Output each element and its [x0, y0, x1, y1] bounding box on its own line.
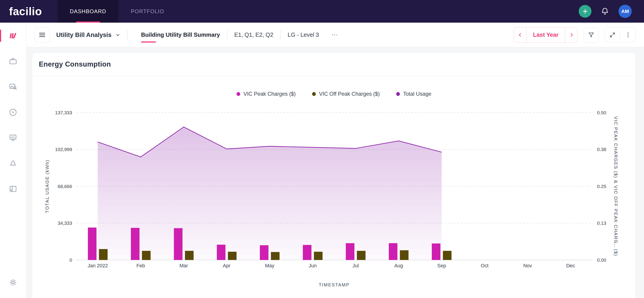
right-axis-tick: 0.13 — [597, 221, 606, 226]
legend-item[interactable]: VIC Peak Charges ($) — [236, 91, 296, 97]
left-axis-title: TOTAL USAGE (kWh) — [45, 160, 50, 213]
layout-panel-icon — [8, 184, 18, 193]
main-content: Energy Consumption VIC Peak Charges ($)V… — [26, 47, 644, 298]
next-period-button[interactable] — [565, 28, 578, 42]
bar — [400, 250, 408, 260]
more-tabs-button[interactable] — [326, 31, 343, 39]
chart-board-icon — [8, 133, 18, 142]
filter-funnel-icon — [588, 31, 594, 38]
sidebar-item-reports[interactable] — [0, 129, 26, 147]
right-axis-title: VIC PEAK CHARGES ($) & VIC OFF PEAK CHAR… — [613, 116, 618, 256]
left-sidebar — [0, 23, 26, 298]
app-logo: facilio — [9, 5, 50, 18]
fullscreen-button[interactable] — [605, 28, 620, 42]
right-axis-tick: 0.25 — [597, 184, 606, 189]
expand-icon — [609, 32, 616, 38]
sidebar-item-settings[interactable] — [0, 273, 26, 291]
right-axis-tick: 0.50 — [597, 110, 606, 115]
avatar[interactable]: AM — [618, 5, 632, 18]
card-header: Energy Consumption — [32, 53, 636, 76]
left-axis-tick: 0 — [70, 257, 72, 263]
bar — [174, 228, 182, 260]
bar — [228, 252, 236, 260]
dashboard-selector[interactable]: Utility Bill Analysis — [56, 31, 120, 39]
legend-dot-icon — [312, 92, 316, 96]
sidebar-item-visitor[interactable] — [0, 78, 26, 96]
navbar-actions: AM — [579, 5, 644, 18]
x-axis-label: Aug — [394, 263, 403, 269]
filter-button[interactable] — [584, 27, 599, 43]
legend-item[interactable]: VIC Off Peak Charges ($) — [312, 91, 380, 97]
image-search-icon — [8, 82, 18, 91]
sidebar-item-dashboards[interactable] — [0, 27, 26, 45]
dashboard-tabs: Building Utility Bill Summary E1, Q1, E2… — [134, 30, 343, 40]
top-navbar: facilio DASHBOARD PORTFOLIO AM — [0, 0, 644, 23]
dash-tab-building-utility-bill-summary[interactable]: Building Utility Bill Summary — [134, 31, 227, 39]
total-usage-area — [98, 127, 442, 260]
left-axis-tick: 137,333 — [55, 110, 72, 115]
energy-consumption-chart: 00.0034,3330.1368,6660.25102,9990.38137,… — [38, 104, 630, 290]
period-pager: Last Year — [514, 27, 578, 43]
bar — [131, 228, 140, 260]
alarm-icon — [8, 159, 18, 168]
bar — [142, 251, 151, 260]
notifications-button[interactable] — [600, 7, 609, 16]
chevron-right-icon — [569, 32, 574, 38]
bar — [260, 245, 268, 260]
dashboards-icon — [8, 31, 18, 40]
bar — [389, 243, 397, 260]
tab-portfolio-label: PORTFOLIO — [131, 8, 164, 15]
bar — [217, 245, 226, 260]
legend-item[interactable]: Total Usage — [396, 91, 431, 97]
gear-icon — [8, 278, 18, 287]
ellipsis-icon — [331, 31, 338, 39]
bar — [357, 251, 366, 260]
legend-dot-icon — [396, 92, 400, 96]
bar — [314, 252, 323, 260]
sidebar-item-alarms[interactable] — [0, 154, 26, 173]
dash-tab-e1-q1-e2-q2[interactable]: E1, Q1, E2, Q2 — [228, 31, 280, 39]
sidebar-item-workplace[interactable] — [0, 52, 26, 70]
left-axis-tick: 102,999 — [55, 147, 72, 152]
sidebar-item-energy[interactable] — [0, 103, 26, 121]
x-axis-label: Jul — [352, 263, 359, 269]
toolbar-divider — [127, 30, 128, 40]
add-button[interactable] — [579, 5, 592, 18]
previous-period-button[interactable] — [514, 28, 526, 42]
card-menu-button[interactable] — [620, 28, 636, 42]
bell-icon — [600, 7, 609, 16]
dash-tab-label: LG - Level 3 — [288, 32, 319, 38]
dashboard-list-button[interactable] — [34, 27, 50, 43]
x-axis-label: Nov — [523, 263, 532, 269]
x-axis-label: Feb — [136, 263, 145, 269]
card-title: Energy Consumption — [39, 60, 629, 68]
chevron-down-icon — [115, 32, 120, 38]
legend-label: Total Usage — [403, 91, 431, 97]
tab-dashboard-label: DASHBOARD — [70, 8, 106, 15]
toolbar-actions: Last Year — [514, 27, 636, 43]
left-axis-tick: 68,666 — [58, 184, 72, 189]
hamburger-icon — [38, 31, 46, 39]
dash-tab-lg-level-3[interactable]: LG - Level 3 — [281, 31, 326, 39]
x-axis-label: May — [265, 263, 274, 269]
dash-tab-label: Building Utility Bill Summary — [141, 32, 220, 38]
tab-dashboard[interactable]: DASHBOARD — [58, 0, 118, 23]
dashboard-toolbar: Utility Bill Analysis Building Utility B… — [26, 23, 644, 47]
energy-bolt-icon — [8, 108, 18, 117]
bar — [443, 251, 452, 260]
bar — [346, 243, 354, 260]
period-label[interactable]: Last Year — [526, 28, 565, 42]
x-axis-label: Oct — [481, 263, 488, 269]
legend-dot-icon — [236, 92, 240, 96]
dashboard-selector-label: Utility Bill Analysis — [56, 31, 112, 39]
bar — [185, 251, 194, 260]
briefcase-icon — [8, 57, 18, 66]
x-axis-label: Jan 2022 — [88, 263, 108, 269]
sidebar-item-layouts[interactable] — [0, 180, 26, 198]
x-axis-label: Apr — [223, 263, 230, 269]
bar — [88, 228, 96, 260]
x-axis-label: Sep — [437, 263, 446, 269]
x-axis-label: Mar — [179, 263, 188, 269]
tab-portfolio[interactable]: PORTFOLIO — [118, 0, 176, 23]
bar — [99, 249, 108, 260]
